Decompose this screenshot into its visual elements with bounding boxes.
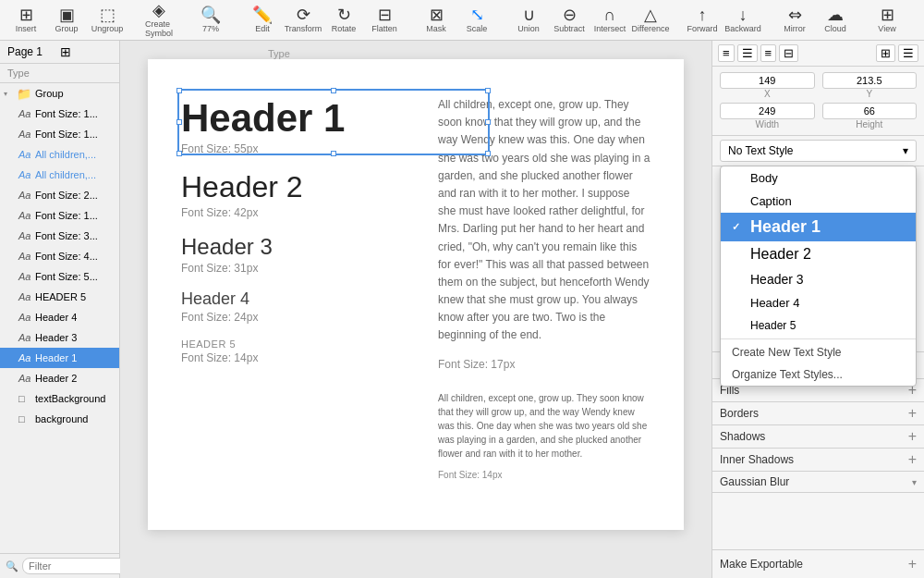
gaussian-blur-chevron-icon: ▾ xyxy=(912,477,917,487)
text-style-dropdown[interactable]: No Text Style ▾ xyxy=(720,140,917,162)
cloud-button[interactable]: ☁ Cloud xyxy=(817,5,854,35)
difference-button[interactable]: △ Difference xyxy=(632,5,669,35)
layer-item-header3[interactable]: Aa Header 3 xyxy=(0,327,119,348)
insert-button[interactable]: ⊞ Insert xyxy=(7,5,44,35)
layer-item-allchildren-b[interactable]: Aa All children,... xyxy=(0,165,119,185)
dd-item-header3[interactable]: Header 3 xyxy=(721,267,916,291)
intersect-button[interactable]: ∩ Intersect xyxy=(591,5,628,35)
layer-item-header5[interactable]: Aa HEADER 5 xyxy=(0,287,119,307)
layer-toggle-icon[interactable]: ▾ xyxy=(4,90,13,98)
export-button[interactable]: ↑ Export xyxy=(920,5,924,35)
dd-item-header4[interactable]: Header 4 xyxy=(721,291,916,314)
mask-button[interactable]: ⊠ Mask xyxy=(418,5,455,35)
height-input[interactable] xyxy=(822,103,918,119)
artboard-h4: Header 4 xyxy=(181,289,410,309)
transform-button[interactable]: ⟳ Transform xyxy=(285,5,322,35)
forward-button[interactable]: ↑ Forward xyxy=(684,5,721,35)
text-icon-allch-a: Aa xyxy=(18,149,31,160)
list-view-icon[interactable]: ☰ xyxy=(898,44,918,62)
view-button[interactable]: ⊞ View xyxy=(869,5,906,35)
dd-item-body[interactable]: Body xyxy=(721,166,916,190)
dd-item-caption[interactable]: Caption xyxy=(721,190,916,213)
layer-item-header2[interactable]: Aa Header 2 xyxy=(0,368,119,388)
inner-shadows-add-button[interactable]: + xyxy=(908,452,917,467)
edit-button[interactable]: ✏️ Edit xyxy=(244,5,281,35)
layer-item-group[interactable]: ▾ 📁 Group xyxy=(0,83,119,104)
create-symbol-button[interactable]: ◈ Create Symbol xyxy=(140,0,177,40)
align-left-icon[interactable]: ≡ xyxy=(718,44,735,62)
layer-item-textbg[interactable]: □ textBackground xyxy=(0,388,119,409)
dd-item-header2[interactable]: Header 2 xyxy=(721,241,916,267)
canvas-area[interactable]: Type Header 1 Font Size: 55px Header 2 F… xyxy=(120,41,711,578)
group-button[interactable]: ▣ Group xyxy=(48,5,85,35)
left-panel: Page 1 ⊞ Type ▾ 📁 Group Aa Font Size: 1.… xyxy=(0,41,120,578)
position-size-section: X Y Width Height xyxy=(712,67,924,136)
layer-item-fontsize2[interactable]: Aa Font Size: 2... xyxy=(0,185,119,205)
create-symbol-icon: ◈ xyxy=(152,2,165,18)
ungroup-icon: ⬚ xyxy=(100,6,116,23)
scale-button[interactable]: ⤡ Scale xyxy=(458,5,495,35)
layer-item-fontsize1a[interactable]: Aa Font Size: 1... xyxy=(0,104,119,124)
zoom-group[interactable]: 🔍 77% xyxy=(192,5,229,35)
ungroup-label: Ungroup xyxy=(91,24,124,33)
scale-icon: ⤡ xyxy=(470,6,484,23)
make-exportable-add-button[interactable]: + xyxy=(908,556,917,572)
dd-label-body: Body xyxy=(750,171,778,185)
align-center-icon[interactable]: ☰ xyxy=(737,44,758,62)
mirror-button[interactable]: ⇔ Mirror xyxy=(776,5,813,35)
dd-item-header5[interactable]: Header 5 xyxy=(721,314,916,337)
dd-create-style[interactable]: Create New Text Style xyxy=(721,341,916,363)
layer-item-fontsize3[interactable]: Aa Font Size: 3... xyxy=(0,226,119,246)
shadows-row: Shadows + xyxy=(712,425,924,449)
layer-item-background[interactable]: □ background xyxy=(0,409,119,429)
right-top-toolbar: ≡ ☰ ≡ ⊟ ⊞ ☰ xyxy=(712,41,924,67)
flatten-label: Flatten xyxy=(371,24,397,33)
mask-label: Mask xyxy=(426,24,446,33)
layer-item-allchildren-a[interactable]: Aa All children,... xyxy=(0,144,119,165)
layer-name-background: background xyxy=(35,413,116,424)
intersect-icon: ∩ xyxy=(604,6,616,23)
handle-tl xyxy=(176,88,182,93)
layer-item-header1[interactable]: Aa Header 1 xyxy=(0,348,119,368)
align-distribute-icon[interactable]: ⊟ xyxy=(779,44,798,62)
layer-name-allchildren-b: All children,... xyxy=(35,169,116,180)
layer-name-fontsize5: Font Size: 5... xyxy=(35,271,116,282)
layer-name-header5: HEADER 5 xyxy=(35,291,116,302)
artboard-small-size: Font Size: 14px xyxy=(438,468,650,482)
rotate-icon: ↻ xyxy=(337,6,351,23)
ungroup-button[interactable]: ⬚ Ungroup xyxy=(89,5,126,35)
layer-item-fontsize1b[interactable]: Aa Font Size: 1... xyxy=(0,124,119,144)
height-label: Height xyxy=(822,119,918,129)
union-button[interactable]: ∪ Union xyxy=(510,5,547,35)
layer-item-fontsize5[interactable]: Aa Font Size: 5... xyxy=(0,266,119,287)
layer-item-header4[interactable]: Aa Header 4 xyxy=(0,307,119,327)
union-icon: ∪ xyxy=(523,6,535,23)
transform-label: Transform xyxy=(285,24,322,33)
page-selector[interactable]: Page 1 ⊞ xyxy=(0,41,119,64)
text-style-menu: Body Caption ✓ Header 1 Header 2 Header … xyxy=(720,166,917,387)
dd-organize-styles[interactable]: Organize Text Styles... xyxy=(721,363,916,386)
y-input[interactable] xyxy=(822,72,918,89)
shadows-add-button[interactable]: + xyxy=(908,429,917,444)
mirror-icon: ⇔ xyxy=(788,6,802,23)
layer-item-fontsize1c[interactable]: Aa Font Size: 1... xyxy=(0,205,119,226)
width-field: Width xyxy=(720,103,815,129)
make-exportable-label: Make Exportable xyxy=(720,558,908,571)
width-input[interactable] xyxy=(720,103,815,119)
artboard: Header 1 Font Size: 55px Header 2 Font S… xyxy=(148,59,684,530)
x-input[interactable] xyxy=(720,72,815,89)
subtract-button[interactable]: ⊖ Subtract xyxy=(551,5,588,35)
layer-item-fontsize4[interactable]: Aa Font Size: 4... xyxy=(0,246,119,266)
difference-label: Difference xyxy=(632,24,670,33)
dd-label-header3: Header 3 xyxy=(750,272,804,287)
layer-name-header3: Header 3 xyxy=(35,332,116,343)
position-row: X Y xyxy=(720,72,917,99)
flatten-button[interactable]: ⊟ Flatten xyxy=(366,5,403,35)
page-menu-icon[interactable]: ⊞ xyxy=(60,44,113,59)
dd-item-header1[interactable]: ✓ Header 1 xyxy=(721,213,916,241)
backward-button[interactable]: ↓ Backward xyxy=(724,5,761,35)
rotate-button[interactable]: ↻ Rotate xyxy=(325,5,362,35)
align-right-icon[interactable]: ≡ xyxy=(760,44,777,62)
grid-view-icon[interactable]: ⊞ xyxy=(876,44,895,62)
borders-add-button[interactable]: + xyxy=(908,406,917,421)
